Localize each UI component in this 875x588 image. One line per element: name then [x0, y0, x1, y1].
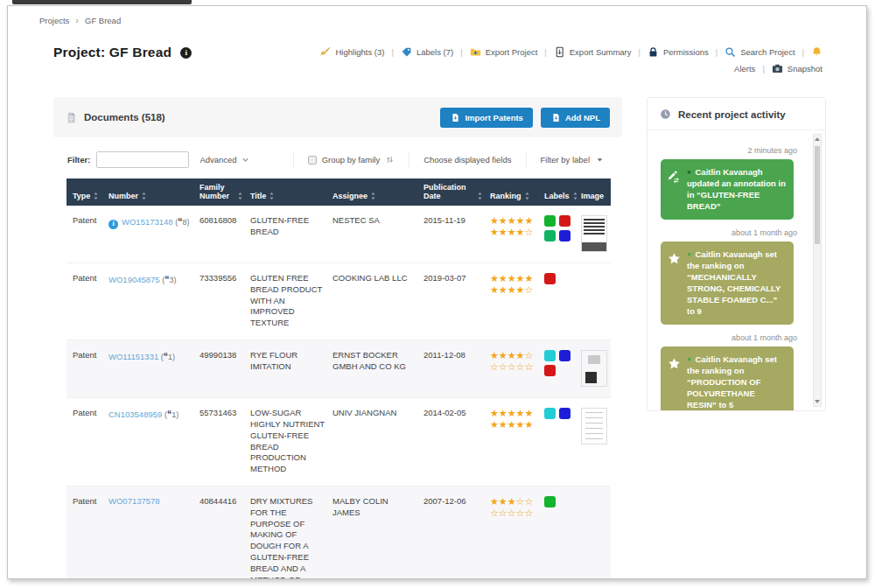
document-number-link[interactable]: WO07137578: [108, 496, 160, 506]
table-row: PatentiWO15173148 (“8)60816808GLUTEN-FRE…: [66, 206, 611, 263]
filter-input[interactable]: [96, 151, 189, 168]
toolbar-item-permissions[interactable]: Permissions: [648, 46, 709, 58]
cell-family-number: 73339556: [196, 263, 247, 340]
table-row: PatentWO19045875 (“3)73339556GLUTEN FREE…: [66, 263, 611, 340]
column-header-title[interactable]: Title: [247, 178, 329, 206]
column-header-type[interactable]: Type: [66, 178, 105, 206]
user-status-dot: ●: [687, 250, 691, 258]
activity-card[interactable]: ● Caitlin Kavanagh updated an annotation…: [661, 159, 794, 220]
activity-card[interactable]: ● Caitlin Kavanagh set the ranking on “P…: [661, 346, 794, 410]
table-header-row: TypeNumberFamily NumberTitleAssigneePubl…: [66, 178, 611, 206]
table-body: PatentiWO15173148 (“8)60816808GLUTEN-FRE…: [66, 206, 611, 579]
cell-title: GLUTEN-FREE BREAD: [247, 206, 329, 263]
documents-table: TypeNumberFamily NumberTitleAssigneePubl…: [66, 178, 611, 579]
label-chip: [559, 230, 570, 242]
table-row: PatentCN103548959 (“1)55731463LOW-SUGAR …: [66, 398, 611, 486]
toolbar-separator: |: [460, 47, 462, 57]
column-header-ranking[interactable]: Ranking: [486, 178, 541, 206]
add-doc-icon: [550, 113, 560, 122]
activity-panel-title: Recent project activity: [678, 109, 786, 120]
sort-icon[interactable]: [237, 192, 243, 200]
cell-family-number: 55731463: [196, 398, 247, 486]
column-header-family-number[interactable]: Family Number: [196, 178, 247, 206]
toolbar-item-label: Export Summary: [570, 47, 632, 57]
star-row: ★★★★★: [490, 419, 537, 430]
sort-icon[interactable]: [370, 192, 376, 200]
toolbar-item-snapshot[interactable]: Snapshot: [772, 63, 822, 74]
sort-icon[interactable]: [93, 192, 99, 200]
filter-bar: Filter: Advanced Group by family Choose …: [53, 137, 622, 178]
toolbar-item-alerts[interactable]: Alerts: [734, 64, 755, 74]
toolbar-item-highlights[interactable]: Highlights (3): [319, 46, 384, 58]
cell-image: [578, 340, 611, 398]
activity-text: ● Caitlin Kavanagh set the ranking on “P…: [687, 354, 787, 410]
scrollbar-thumb[interactable]: [815, 146, 820, 244]
document-number-link[interactable]: WO11151331: [108, 352, 158, 361]
brush-icon: [319, 46, 331, 58]
cell-number: WO19045875 (“3): [105, 263, 196, 340]
column-header-publication-date[interactable]: Publication Date: [420, 178, 486, 206]
activity-scrollbar[interactable]: [813, 134, 822, 407]
add-npl-button[interactable]: Add NPL: [541, 108, 610, 128]
column-header-number[interactable]: Number: [105, 178, 196, 206]
cell-ranking: ★★★★★★★★★☆: [486, 263, 541, 340]
activity-text: ● Caitlin Kavanagh updated an annotation…: [687, 166, 787, 212]
cell-labels: [541, 340, 578, 398]
cell-ranking: ★★★★☆☆☆☆☆☆: [486, 340, 541, 398]
group-by-family-checkbox[interactable]: [308, 156, 317, 164]
cell-type: Patent: [66, 486, 105, 579]
document-number-link[interactable]: CN103548959: [108, 410, 162, 419]
filter-by-label-dropdown[interactable]: Filter by label: [526, 151, 620, 168]
column-header-image[interactable]: Image: [578, 178, 611, 206]
breadcrumb-projects[interactable]: Projects: [39, 16, 69, 25]
group-by-family-toggle[interactable]: Group by family: [293, 151, 410, 168]
document-thumbnail[interactable]: [581, 408, 607, 444]
scrollbar-down-arrow[interactable]: [814, 397, 821, 406]
cell-publication-date: 2011-12-08: [420, 340, 486, 398]
cell-image: [578, 206, 611, 263]
cell-family-number: 60816808: [196, 206, 247, 263]
toolbar-item-labels[interactable]: Labels (7): [401, 46, 453, 58]
cell-image: [578, 486, 611, 579]
cell-publication-date: 2019-03-07: [420, 263, 486, 340]
sort-icon[interactable]: [269, 192, 275, 200]
document-icon: [66, 112, 77, 123]
toolbar-item-label: Permissions: [663, 47, 709, 57]
column-header-assignee[interactable]: Assignee: [329, 178, 420, 206]
label-chip: [544, 350, 556, 361]
star-row: ★★★★☆: [490, 284, 537, 296]
label-chip: [544, 496, 556, 508]
toolbar-separator: |: [391, 47, 393, 57]
star-row: ☆☆☆☆☆: [490, 361, 537, 373]
activity-card[interactable]: ● Caitlin Kavanagh set the ranking on “M…: [661, 242, 794, 325]
activity-items: 2 minutes ago● Caitlin Kavanagh updated …: [648, 146, 825, 410]
star-row: ★★★★★: [490, 273, 537, 284]
toolbar-item-alerts-bell[interactable]: [811, 46, 822, 58]
document-number-link[interactable]: WO15173148: [122, 217, 173, 227]
tag-icon: [401, 46, 412, 58]
toolbar-item-export-project[interactable]: Export Project: [470, 46, 538, 58]
toolbar-item-label: Alerts: [734, 64, 755, 74]
activity-timestamp: 2 minutes ago: [648, 146, 797, 155]
sort-icon[interactable]: [524, 192, 530, 200]
search-icon: [724, 46, 736, 58]
star-icon: [668, 357, 681, 410]
advanced-toggle[interactable]: Advanced: [200, 155, 249, 164]
sort-icon[interactable]: [477, 192, 483, 200]
document-thumbnail[interactable]: [581, 350, 607, 387]
sort-icon[interactable]: [572, 192, 578, 200]
scrollbar-up-arrow[interactable]: [814, 135, 821, 144]
document-thumbnail[interactable]: [581, 215, 607, 252]
toolbar-item-search-project[interactable]: Search Project: [724, 46, 794, 58]
documents-panel: Documents (518) Import Patents Add NPL F…: [53, 97, 622, 579]
info-icon[interactable]: i: [108, 220, 118, 229]
cell-assignee: MALBY COLIN JAMES: [329, 486, 420, 579]
document-number-link[interactable]: WO19045875: [108, 275, 160, 284]
import-patents-button[interactable]: Import Patents: [440, 108, 533, 128]
sort-icon[interactable]: [141, 192, 147, 200]
column-header-labels[interactable]: Labels: [541, 178, 578, 206]
toolbar-item-export-summary[interactable]: Export Summary: [554, 46, 632, 58]
choose-displayed-fields-button[interactable]: Choose displayed fields: [409, 151, 525, 168]
breadcrumb-current[interactable]: GF Bread: [85, 16, 121, 25]
project-info-icon[interactable]: i: [180, 47, 192, 59]
